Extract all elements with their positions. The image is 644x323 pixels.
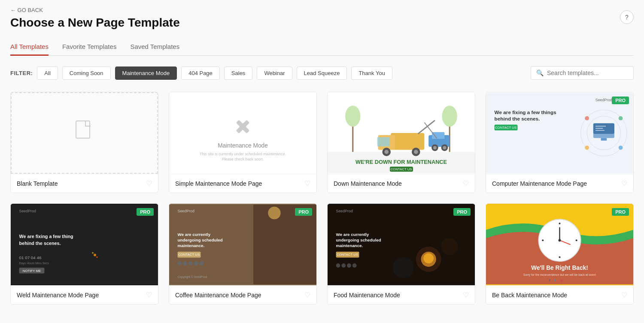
template-footer-beback: Be Back Maintenance Mode ♡ <box>486 285 633 304</box>
svg-text:maintenance.: maintenance. <box>336 243 363 248</box>
svg-rect-45 <box>595 130 605 131</box>
favorite-coffee[interactable]: ♡ <box>304 291 310 299</box>
filter-lead-squeeze[interactable]: Lead Squeeze <box>297 66 347 80</box>
template-thumb-blank <box>11 92 158 174</box>
template-thumb-simple: Maintenance Mode This site is currently … <box>169 92 316 174</box>
template-thumb-down: WE'RE DOWN FOR MAINTENANCE CONTACT US <box>328 92 475 174</box>
help-icon: ? <box>625 14 629 21</box>
favorite-blank[interactable]: ♡ <box>146 179 152 187</box>
filter-sales[interactable]: Sales <box>224 66 253 80</box>
svg-text:Copyright © SeedProd: Copyright © SeedProd <box>178 275 207 279</box>
search-box[interactable]: 🔍 <box>531 66 634 80</box>
template-footer-food: Food Maintenance Mode ♡ <box>328 285 475 304</box>
svg-point-13 <box>442 106 457 127</box>
svg-point-20 <box>414 150 418 154</box>
svg-rect-64 <box>253 205 316 284</box>
svg-text:ig: ig <box>560 278 562 282</box>
template-footer-down: Down Maintenance Mode ♡ <box>328 174 475 193</box>
template-footer-computer: Computer Maintenance Mode Page ♡ <box>486 174 633 193</box>
template-name-blank: Blank Template <box>17 180 58 187</box>
template-card-simple[interactable]: Maintenance Mode This site is currently … <box>169 92 317 193</box>
svg-point-76 <box>200 261 204 266</box>
svg-point-73 <box>183 261 187 266</box>
svg-text:Maintenance Mode: Maintenance Mode <box>218 142 268 149</box>
template-card-blank[interactable]: Blank Template ♡ <box>10 92 158 193</box>
favorite-computer[interactable]: ♡ <box>621 179 627 187</box>
svg-rect-0 <box>76 121 90 138</box>
tab-favorite-templates[interactable]: Favorite Templates <box>62 39 116 56</box>
simple-maintenance-preview: Maintenance Mode This site is currently … <box>169 92 316 174</box>
svg-point-25 <box>433 146 437 149</box>
pro-badge-beback: PRO <box>612 208 629 216</box>
svg-text:Please check back soon.: Please check back soon. <box>222 157 264 161</box>
favorite-simple[interactable]: ♡ <box>304 179 310 187</box>
help-button[interactable]: ? <box>620 10 634 24</box>
tab-saved-templates[interactable]: Saved Templates <box>130 39 179 56</box>
filter-all[interactable]: All <box>37 66 58 80</box>
svg-text:CONTACT US: CONTACT US <box>495 126 516 130</box>
filter-thank-you[interactable]: Thank You <box>351 66 392 80</box>
tab-all-templates[interactable]: All Templates <box>10 39 49 56</box>
template-name-food: Food Maintenance Mode <box>334 292 400 299</box>
search-input[interactable] <box>547 69 628 76</box>
svg-rect-14 <box>391 133 424 150</box>
svg-rect-42 <box>601 138 607 141</box>
favorite-down[interactable]: ♡ <box>463 179 469 187</box>
svg-point-46 <box>585 116 589 121</box>
filter-maintenance[interactable]: Maintenance Mode <box>115 66 177 80</box>
svg-point-47 <box>619 116 623 121</box>
template-thumb-weld: PRO SeedProd We are fixing a few thing b… <box>11 204 158 285</box>
svg-point-74 <box>188 261 193 266</box>
template-card-weld[interactable]: PRO SeedProd We are fixing a few thing b… <box>10 203 158 305</box>
favorite-beback[interactable]: ♡ <box>621 291 627 299</box>
template-name-beback: Be Back Maintenance Mode <box>492 292 567 299</box>
template-thumb-food: PRO SeedProd We are currently <box>328 204 475 285</box>
template-card-down[interactable]: WE'RE DOWN FOR MAINTENANCE CONTACT US Do… <box>327 92 475 193</box>
svg-text:CONTACT US: CONTACT US <box>337 253 358 257</box>
filter-coming-soon[interactable]: Coming Soon <box>62 66 111 80</box>
svg-text:We are currently: We are currently <box>178 232 211 237</box>
svg-point-53 <box>92 252 94 254</box>
svg-point-92 <box>341 263 346 268</box>
svg-text:We are currently: We are currently <box>336 232 369 237</box>
template-card-food[interactable]: PRO SeedProd We are currently <box>327 203 475 305</box>
filter-404[interactable]: 404 Page <box>181 66 220 80</box>
template-card-coffee[interactable]: PRO SeedProd We are currently undergoing… <box>169 203 317 305</box>
pro-badge-computer: PRO <box>612 97 629 104</box>
svg-rect-44 <box>595 128 603 129</box>
filter-webinar[interactable]: Webinar <box>257 66 292 80</box>
pro-badge-weld: PRO <box>137 208 154 216</box>
svg-text:CONTACT US: CONTACT US <box>390 167 412 171</box>
svg-text:We'll Be Right Back!: We'll Be Right Back! <box>531 265 588 271</box>
template-card-computer[interactable]: PRO SeedProd We are fixing a few things … <box>486 92 634 193</box>
favorite-weld[interactable]: ♡ <box>146 291 152 299</box>
go-back-button[interactable]: ← GO BACK <box>10 7 634 13</box>
svg-point-103 <box>559 239 561 241</box>
down-maintenance-preview: WE'RE DOWN FOR MAINTENANCE CONTACT US <box>328 92 475 174</box>
svg-rect-23 <box>432 132 444 139</box>
svg-point-91 <box>336 263 340 268</box>
svg-point-100 <box>542 239 544 241</box>
page-container: ← GO BACK Choose a New Page Template All… <box>0 0 644 311</box>
food-maintenance-preview: SeedProd We are currently undergoing sch… <box>328 204 475 285</box>
favorite-food[interactable]: ♡ <box>463 291 469 299</box>
svg-point-84 <box>441 238 458 255</box>
template-name-computer: Computer Maintenance Mode Page <box>492 180 587 187</box>
svg-rect-16 <box>377 137 390 147</box>
template-thumb-beback: PRO <box>486 204 633 285</box>
svg-point-99 <box>559 256 561 258</box>
svg-text:SeedProd: SeedProd <box>595 98 612 103</box>
svg-point-65 <box>268 207 280 219</box>
template-card-beback[interactable]: PRO <box>486 203 634 305</box>
svg-text:Sorry for the inconvenience bu: Sorry for the inconvenience but we will … <box>523 274 596 277</box>
computer-maintenance-preview: SeedProd We are fixing a few things behi… <box>486 92 633 174</box>
weld-maintenance-preview: SeedProd We are fixing a few thing behin… <box>11 204 158 285</box>
template-footer-coffee: Coffee Maintenance Mode Page ♡ <box>169 285 316 304</box>
page-title: Choose a New Page Template <box>10 16 634 30</box>
svg-text:We are fixing a few things: We are fixing a few things <box>495 109 557 115</box>
svg-text:Days  Hours  Mins  Secs: Days Hours Mins Secs <box>19 262 49 265</box>
blank-document-icon <box>74 120 95 146</box>
svg-point-94 <box>352 263 357 268</box>
svg-text:We are fixing a few thing: We are fixing a few thing <box>19 234 73 239</box>
template-name-coffee: Coffee Maintenance Mode Page <box>175 292 261 299</box>
